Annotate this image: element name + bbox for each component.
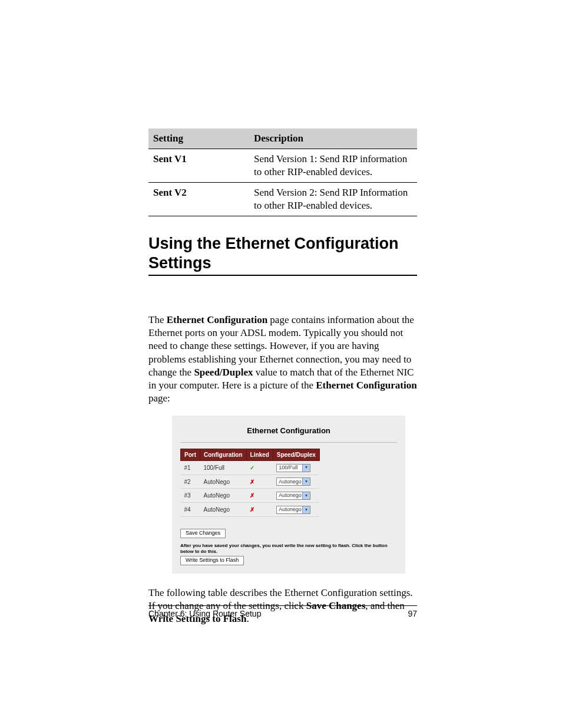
port-cell: #2 bbox=[181, 475, 200, 489]
settings-table: Setting Description Sent V1 Send Version… bbox=[148, 129, 417, 216]
linked-cell: ✗ bbox=[246, 503, 273, 517]
setting-description: Send Version 2: Send RIP Information to … bbox=[249, 183, 417, 216]
table-row: #4 AutoNego ✗ Autonego ▾ bbox=[181, 503, 320, 517]
table-row: Sent V1 Send Version 1: Send RIP informa… bbox=[148, 149, 417, 183]
setting-description: Send Version 1: Send RIP information to … bbox=[249, 149, 417, 183]
cross-icon: ✗ bbox=[250, 506, 254, 513]
divider bbox=[180, 442, 397, 443]
table-row: Sent V2 Send Version 2: Send RIP Informa… bbox=[148, 183, 417, 216]
speed-duplex-select[interactable]: 100/Full ▾ bbox=[276, 464, 310, 472]
table-header-setting: Setting bbox=[148, 129, 249, 149]
config-cell: 100/Full bbox=[200, 460, 247, 475]
config-cell: AutoNego bbox=[200, 489, 247, 503]
config-cell: AutoNego bbox=[200, 503, 247, 517]
save-changes-button[interactable]: Save Changes bbox=[180, 529, 226, 538]
chevron-down-icon: ▾ bbox=[302, 465, 310, 472]
chevron-down-icon: ▾ bbox=[302, 492, 310, 499]
linked-cell: ✗ bbox=[246, 489, 273, 503]
ethernet-config-screenshot: Ethernet Configuration Port Configuratio… bbox=[172, 416, 405, 574]
flash-note: After you have saved your changes, you m… bbox=[180, 543, 397, 555]
cross-icon: ✗ bbox=[250, 479, 254, 485]
port-cell: #1 bbox=[181, 460, 200, 475]
select-value: 100/Full bbox=[279, 465, 297, 472]
ethernet-config-table: Port Configuration Linked Speed/Duplex #… bbox=[180, 449, 320, 517]
speed-duplex-select[interactable]: Autonego ▾ bbox=[276, 477, 310, 486]
cross-icon: ✗ bbox=[250, 492, 254, 499]
screenshot-title: Ethernet Configuration bbox=[180, 426, 397, 436]
table-header-description: Description bbox=[249, 129, 417, 149]
select-value: Autonego bbox=[279, 492, 302, 499]
port-cell: #4 bbox=[181, 503, 200, 517]
speed-duplex-select[interactable]: Autonego ▾ bbox=[276, 492, 310, 500]
col-configuration: Configuration bbox=[200, 449, 247, 460]
footer-chapter: Chapter 6: Using Router Setup bbox=[148, 608, 261, 619]
col-linked: Linked bbox=[246, 449, 273, 460]
write-settings-button[interactable]: Write Settings to Flash bbox=[180, 556, 244, 565]
linked-cell: ✗ bbox=[246, 475, 273, 489]
section-heading: Using the Ethernet Configuration Setting… bbox=[148, 234, 417, 276]
config-cell: AutoNego bbox=[200, 475, 247, 489]
intro-paragraph: The Ethernet Configuration page contains… bbox=[148, 314, 417, 405]
table-row: #1 100/Full ✓ 100/Full ▾ bbox=[181, 460, 320, 475]
setting-name: Sent V2 bbox=[148, 183, 249, 216]
chevron-down-icon: ▾ bbox=[302, 478, 310, 485]
col-speed-duplex: Speed/Duplex bbox=[273, 449, 319, 460]
speed-duplex-select[interactable]: Autonego ▾ bbox=[276, 506, 310, 514]
select-value: Autonego bbox=[279, 479, 302, 486]
setting-name: Sent V1 bbox=[148, 149, 249, 183]
col-port: Port bbox=[181, 449, 200, 460]
footer-page-number: 97 bbox=[408, 608, 417, 619]
port-cell: #3 bbox=[181, 489, 200, 503]
select-value: Autonego bbox=[279, 506, 302, 513]
linked-cell: ✓ bbox=[246, 460, 273, 475]
table-row: #3 AutoNego ✗ Autonego ▾ bbox=[181, 489, 320, 503]
check-icon: ✓ bbox=[250, 465, 254, 471]
chevron-down-icon: ▾ bbox=[302, 506, 310, 513]
page-footer: Chapter 6: Using Router Setup 97 bbox=[148, 605, 417, 619]
table-row: #2 AutoNego ✗ Autonego ▾ bbox=[181, 475, 320, 489]
